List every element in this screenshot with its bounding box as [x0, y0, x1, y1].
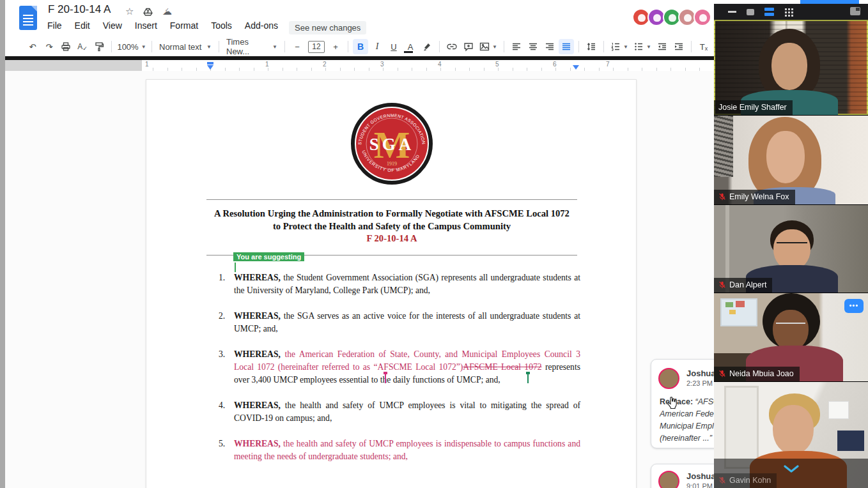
right-indent-marker[interactable] — [573, 65, 579, 70]
menu-file[interactable]: File — [47, 20, 62, 31]
google-docs-icon[interactable] — [19, 6, 37, 30]
mic-muted-icon — [718, 477, 726, 484]
video-tile-neida[interactable]: ••• Neida Mbuia Joao — [714, 293, 868, 381]
highlight-color-button[interactable] — [419, 39, 435, 54]
italic-button[interactable]: I — [369, 39, 385, 54]
screen: eaker of the Legislature udent Body Pres… — [0, 0, 868, 488]
menu-view[interactable]: View — [103, 20, 122, 31]
paragraph-style-select[interactable]: Normal text▼ — [157, 39, 214, 54]
ruler-margin-area — [5, 60, 142, 71]
insert-link-button[interactable] — [444, 39, 460, 54]
sga-seal-logo[interactable]: STUDENT GOVERNMENT ASSOCIATION UNIVERSIT… — [350, 102, 434, 186]
align-right-button[interactable] — [542, 39, 557, 54]
clause-1: 1. WHEREAS, the Student Government Assoc… — [219, 271, 580, 297]
spellcheck-button[interactable]: A✓ — [75, 39, 90, 54]
doc-code: F 20-10-14 A — [185, 233, 599, 245]
undo-button[interactable]: ↶ — [25, 39, 40, 54]
mic-muted-icon — [718, 193, 726, 201]
participant-name-label: Dan Alpert — [714, 278, 772, 293]
commenter-avatar — [658, 471, 679, 488]
menu-insert[interactable]: Insert — [135, 20, 157, 31]
document-title[interactable]: F 20-10-14 A — [48, 3, 111, 16]
increase-font-size-button[interactable]: + — [328, 39, 343, 54]
logo-year: 1919 — [387, 161, 397, 167]
chevron-down-icon[interactable] — [782, 465, 800, 473]
speaker-view-icon[interactable] — [764, 8, 774, 16]
decrease-font-size-button[interactable]: − — [290, 39, 305, 54]
ruler-number: 7 — [606, 61, 610, 68]
insert-image-button[interactable]: ▼ — [477, 39, 499, 54]
bold-button[interactable]: B — [353, 39, 368, 54]
suggested-insertion: the health and safety of UMCP employees … — [234, 439, 580, 461]
ruler-number: 4 — [438, 61, 442, 68]
anonymous-animal-avatar[interactable] — [694, 8, 711, 26]
paint-format-button[interactable] — [91, 39, 107, 54]
minimize-icon[interactable] — [728, 11, 736, 13]
see-new-changes-button[interactable]: See new changes — [289, 21, 366, 34]
menu-addons[interactable]: Add-ons — [245, 20, 278, 31]
document-page[interactable]: STUDENT GOVERNMENT ASSOCIATION UNIVERSIT… — [146, 79, 637, 488]
collaborator-caret-pink — [385, 374, 386, 383]
align-left-button[interactable] — [509, 39, 524, 54]
font-size-input[interactable]: 12 — [308, 41, 325, 53]
clause-3: 3. WHEREAS, the American Federation of S… — [219, 348, 580, 386]
more-options-button[interactable]: ••• — [844, 299, 864, 313]
ruler-number: 1 — [145, 61, 149, 68]
commenter-name: Joshua — [686, 369, 716, 378]
video-tile-josie[interactable]: Josie Emily Shaffer — [714, 20, 868, 115]
collaborator-caret-green — [527, 374, 529, 383]
cloud-saved-icon[interactable]: ☁✓ — [162, 6, 172, 17]
mic-muted-icon — [718, 370, 726, 377]
numbered-list-button[interactable]: ▼ — [608, 39, 630, 54]
menu-format[interactable]: Format — [170, 20, 198, 31]
font-select[interactable]: Times New...▼ — [224, 39, 280, 54]
gallery-view-icon[interactable] — [784, 8, 793, 17]
menu-tools[interactable]: Tools — [211, 20, 232, 31]
video-tile-dan[interactable]: Dan Alpert — [714, 204, 868, 293]
clause-4: 4. WHEREAS, the health and safety of UMC… — [219, 399, 580, 425]
commenter-avatar — [658, 368, 679, 389]
layout-icon[interactable] — [850, 7, 860, 15]
participant-name-label: Neida Mbuia Joao — [714, 367, 800, 381]
left-indent-marker[interactable] — [207, 65, 213, 70]
maximize-icon[interactable] — [747, 9, 754, 15]
zoom-select[interactable]: 100%▼ — [116, 39, 147, 54]
decrease-indent-button[interactable] — [655, 39, 670, 54]
bulleted-list-button[interactable]: ▼ — [632, 39, 653, 54]
underline-button[interactable]: U — [386, 39, 401, 54]
increase-indent-button[interactable] — [671, 39, 686, 54]
align-center-button[interactable] — [525, 39, 541, 54]
ruler-number: 6 — [553, 61, 557, 68]
mic-muted-icon — [718, 281, 726, 289]
mouse-cursor-hand — [666, 396, 679, 410]
clause-5: 5. WHEREAS, the health and safety of UMC… — [219, 438, 580, 463]
zoom-video-panel: Josie Emily Shaffer Emily Welna Fox Dan … — [714, 0, 868, 488]
justify-button[interactable] — [559, 39, 574, 54]
ruler-number: 1 — [265, 61, 269, 68]
participant-name-label: Emily Welna Fox — [714, 190, 795, 204]
menu-edit[interactable]: Edit — [75, 20, 90, 31]
add-comment-button[interactable] — [461, 39, 476, 54]
suggested-deletion: AFSCME Local 1072 — [463, 362, 541, 372]
participant-name-label: Josie Emily Shaffer — [714, 100, 793, 115]
drive-shortcut-icon[interactable] — [143, 7, 153, 18]
clause-2: 2. WHEREAS, the SGA serves as an active … — [219, 310, 580, 335]
background-window-edge — [0, 0, 5, 488]
participant-name-label: Gavin Kohn — [714, 473, 777, 488]
star-icon[interactable]: ☆ — [125, 6, 134, 17]
first-line-indent-marker[interactable] — [207, 62, 213, 65]
comment-time: 2:23 PM — [686, 379, 713, 387]
ruler-number: 5 — [495, 61, 499, 68]
print-button[interactable] — [58, 39, 74, 54]
video-tile-gavin[interactable]: Gavin Kohn — [714, 381, 868, 488]
suggesting-mode-badge: You are suggesting — [233, 252, 304, 261]
text-color-button[interactable]: A — [403, 39, 418, 54]
menu-bar: File Edit View Insert Format Tools Add-o… — [47, 20, 309, 31]
collaborator-avatars — [635, 8, 711, 26]
video-tile-emily[interactable]: Emily Welna Fox — [714, 115, 868, 204]
text-cursor — [235, 263, 236, 272]
suggested-insertion: WHEREAS, — [234, 439, 281, 448]
redo-button[interactable]: ↷ — [42, 39, 57, 54]
clear-formatting-button[interactable]: Tx — [696, 39, 711, 54]
line-spacing-button[interactable] — [584, 39, 599, 54]
